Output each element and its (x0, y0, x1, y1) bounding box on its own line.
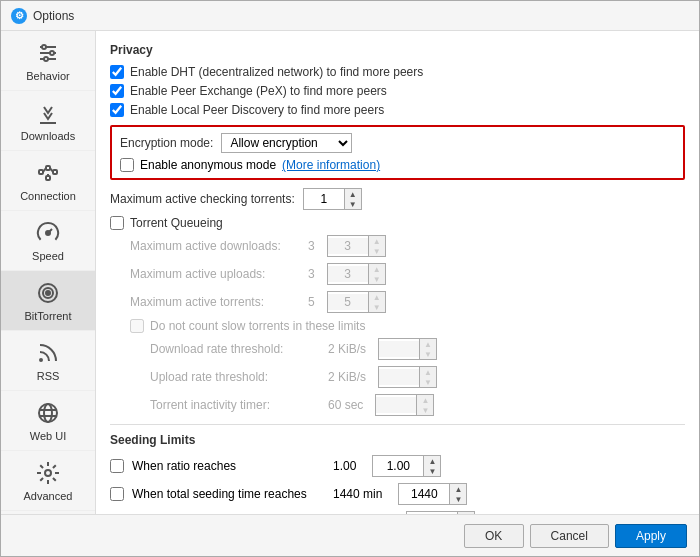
ratio-down-button[interactable]: ▼ (424, 466, 440, 476)
inactivity-timer-down-button: ▼ (417, 405, 433, 415)
pex-label: Enable Peer Exchange (PeX) to find more … (130, 84, 387, 98)
more-info-link[interactable]: (More information) (282, 158, 380, 172)
dl-threshold-input (379, 341, 419, 357)
seeding-time-spinbox: ▲ ▼ (398, 483, 467, 505)
active-checking-spinbox: ▲ ▼ (303, 188, 362, 210)
max-downloads-label: Maximum active downloads: (130, 239, 300, 253)
slow-limit-row: Do not count slow torrents in these limi… (130, 319, 685, 333)
ratio-up-button[interactable]: ▲ (424, 456, 440, 466)
encryption-mode-select[interactable]: Disabled Allow encryption Require encryp… (221, 133, 352, 153)
apply-button[interactable]: Apply (615, 524, 687, 548)
downloads-icon (34, 99, 62, 127)
advanced-icon (34, 459, 62, 487)
anonymous-mode-row: Enable anonymous mode (More information) (120, 158, 675, 172)
dht-row: Enable DHT (decentralized network) to fi… (110, 65, 685, 79)
svg-point-18 (46, 291, 50, 295)
max-downloads-value: 3 (308, 239, 315, 253)
sidebar-item-rss[interactable]: RSS (1, 331, 95, 391)
slow-limit-checkbox (130, 319, 144, 333)
max-torrents-up-button: ▲ (369, 292, 385, 302)
anon-checkbox[interactable] (120, 158, 134, 172)
svg-line-11 (43, 168, 46, 172)
anon-label: Enable anonymous mode (140, 158, 276, 172)
ul-threshold-up-button: ▲ (420, 367, 436, 377)
sidebar-item-webui[interactable]: Web UI (1, 391, 95, 451)
torrent-queueing-checkbox[interactable] (110, 216, 124, 230)
sidebar-webui-label: Web UI (30, 430, 66, 442)
encryption-mode-row: Encryption mode: Disabled Allow encrypti… (120, 133, 675, 153)
sidebar-item-connection[interactable]: Connection (1, 151, 95, 211)
svg-point-21 (44, 404, 52, 422)
dl-threshold-row: Download rate threshold: 2 KiB/s ▲ ▼ (150, 338, 685, 360)
max-torrents-input (328, 294, 368, 310)
pex-checkbox[interactable] (110, 84, 124, 98)
encryption-mode-label: Encryption mode: (120, 136, 213, 150)
ratio-row: When ratio reaches 1.00 ▲ ▼ (110, 455, 685, 477)
svg-point-3 (42, 45, 46, 49)
max-torrents-row: Maximum active torrents: 5 ▲ ▼ (130, 291, 685, 313)
dl-threshold-label: Download rate threshold: (150, 342, 320, 356)
torrent-queueing-row: Torrent Queueing (110, 216, 685, 230)
dht-label: Enable DHT (decentralized network) to fi… (130, 65, 423, 79)
sidebar-behavior-label: Behavior (26, 70, 69, 82)
lpd-checkbox[interactable] (110, 103, 124, 117)
sidebar-item-bittorrent[interactable]: BitTorrent (1, 271, 95, 331)
cancel-button[interactable]: Cancel (530, 524, 609, 548)
sidebar-downloads-label: Downloads (21, 130, 75, 142)
sidebar-item-speed[interactable]: Speed (1, 211, 95, 271)
seeding-time-down-button[interactable]: ▼ (450, 494, 466, 504)
max-torrents-label: Maximum active torrents: (130, 295, 300, 309)
svg-rect-8 (46, 166, 50, 170)
ratio-checkbox[interactable] (110, 459, 124, 473)
ul-threshold-row: Upload rate threshold: 2 KiB/s ▲ ▼ (150, 366, 685, 388)
connection-icon (34, 159, 62, 187)
sidebar-item-advanced[interactable]: Advanced (1, 451, 95, 511)
ratio-input[interactable] (373, 458, 423, 474)
slow-limit-settings: Download rate threshold: 2 KiB/s ▲ ▼ (150, 338, 685, 416)
max-uploads-input (328, 266, 368, 282)
ratio-value: 1.00 (333, 459, 356, 473)
seeding-time-up-button[interactable]: ▲ (450, 484, 466, 494)
sidebar-bittorrent-label: BitTorrent (24, 310, 71, 322)
seeding-time-input[interactable] (399, 486, 449, 502)
max-downloads-spinbox: ▲ ▼ (327, 235, 386, 257)
svg-point-15 (46, 231, 50, 235)
seeding-limits-title: Seeding Limits (110, 433, 685, 447)
seeding-time-checkbox[interactable] (110, 487, 124, 501)
svg-point-5 (44, 57, 48, 61)
ul-threshold-label: Upload rate threshold: (150, 370, 320, 384)
encryption-box: Encryption mode: Disabled Allow encrypti… (110, 125, 685, 180)
active-checking-down-button[interactable]: ▼ (345, 199, 361, 209)
options-window: ⚙ Options Behavior (0, 0, 700, 557)
active-checking-row: Maximum active checking torrents: ▲ ▼ (110, 188, 685, 210)
max-uploads-spin-buttons: ▲ ▼ (368, 264, 385, 284)
sidebar-item-behavior[interactable]: Behavior (1, 31, 95, 91)
sidebar-advanced-label: Advanced (24, 490, 73, 502)
active-checking-input[interactable] (304, 191, 344, 207)
max-downloads-down-button: ▼ (369, 246, 385, 256)
window-icon: ⚙ (11, 8, 27, 24)
inactivity-timer-spinbox: ▲ ▼ (375, 394, 434, 416)
privacy-title: Privacy (110, 43, 685, 57)
bittorrent-icon (34, 279, 62, 307)
svg-point-19 (40, 359, 42, 361)
max-uploads-up-button: ▲ (369, 264, 385, 274)
active-checking-spin-buttons: ▲ ▼ (344, 189, 361, 209)
max-uploads-spinbox: ▲ ▼ (327, 263, 386, 285)
slow-limit-label: Do not count slow torrents in these limi… (150, 319, 365, 333)
active-checking-up-button[interactable]: ▲ (345, 189, 361, 199)
torrent-queueing-label: Torrent Queueing (130, 216, 223, 230)
active-checking-label: Maximum active checking torrents: (110, 192, 295, 206)
torrent-queueing-section: Torrent Queueing Maximum active download… (110, 216, 685, 416)
sidebar-speed-label: Speed (32, 250, 64, 262)
seeding-time-row: When total seeding time reaches 1440 min… (110, 483, 685, 505)
title-bar: ⚙ Options (1, 1, 699, 31)
max-uploads-label: Maximum active uploads: (130, 267, 300, 281)
dht-checkbox[interactable] (110, 65, 124, 79)
ratio-spinbox: ▲ ▼ (372, 455, 441, 477)
svg-point-4 (50, 51, 54, 55)
inactivity-timer-up-button: ▲ (417, 395, 433, 405)
ok-button[interactable]: OK (464, 524, 524, 548)
main-panel: Privacy Enable DHT (decentralized networ… (96, 31, 699, 514)
sidebar-item-downloads[interactable]: Downloads (1, 91, 95, 151)
